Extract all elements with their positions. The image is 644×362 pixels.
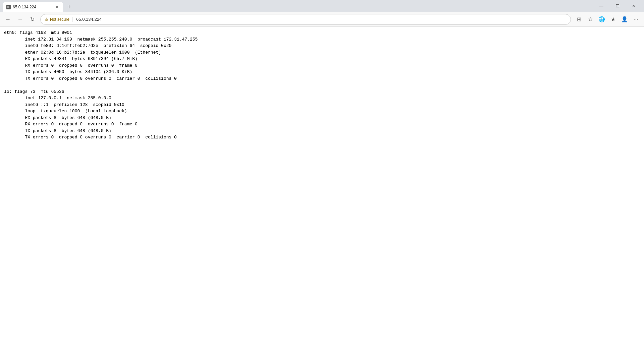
nav-right-buttons: ⊞ ☆ 🌐 ★ 👤 ⋯ xyxy=(574,14,641,25)
tab-close-button[interactable]: ✕ xyxy=(54,4,60,10)
url-input[interactable] xyxy=(76,17,567,22)
active-tab[interactable]: 65.0.134.224 ✕ xyxy=(3,2,63,12)
address-separator: | xyxy=(72,16,73,22)
menu-button[interactable]: ⋯ xyxy=(631,14,641,25)
edge-icon-button[interactable]: 🌐 xyxy=(596,14,607,25)
security-text: Not secure xyxy=(50,17,69,22)
security-indicator: ⚠ Not secure xyxy=(45,17,69,22)
address-bar[interactable]: ⚠ Not secure | xyxy=(40,14,571,25)
svg-rect-2 xyxy=(7,7,9,7)
svg-rect-3 xyxy=(7,7,9,8)
reload-button[interactable]: ↻ xyxy=(27,14,38,25)
tab-title: 65.0.134.224 xyxy=(13,5,52,9)
collections-button[interactable]: ★ xyxy=(608,14,619,25)
tabs-area: 65.0.134.224 ✕ + xyxy=(0,0,594,12)
maximize-button[interactable]: ❐ xyxy=(610,0,625,12)
extensions-button[interactable]: ⊞ xyxy=(574,14,584,25)
forward-button[interactable]: → xyxy=(15,14,25,25)
svg-rect-1 xyxy=(7,6,10,6)
warning-icon: ⚠ xyxy=(45,17,49,22)
title-bar: 65.0.134.224 ✕ + — ❐ ✕ xyxy=(0,0,644,12)
back-button[interactable]: ← xyxy=(3,14,13,25)
terminal-output: eth0: flags=4163 mtu 9001 inet 172.31.34… xyxy=(4,29,640,141)
browser-window: 65.0.134.224 ✕ + — ❐ ✕ ← → ↻ ⚠ Not secur… xyxy=(0,0,644,362)
window-controls: — ❐ ✕ xyxy=(594,0,644,12)
page-content: eth0: flags=4163 mtu 9001 inet 172.31.34… xyxy=(0,27,644,362)
navigation-bar: ← → ↻ ⚠ Not secure | ⊞ ☆ 🌐 ★ 👤 ⋯ xyxy=(0,12,644,27)
favorites-button[interactable]: ☆ xyxy=(585,14,596,25)
new-tab-button[interactable]: + xyxy=(64,2,74,12)
profile-button[interactable]: 👤 xyxy=(619,14,630,25)
minimize-button[interactable]: — xyxy=(594,0,609,12)
tab-favicon xyxy=(6,5,11,9)
close-button[interactable]: ✕ xyxy=(626,0,641,12)
